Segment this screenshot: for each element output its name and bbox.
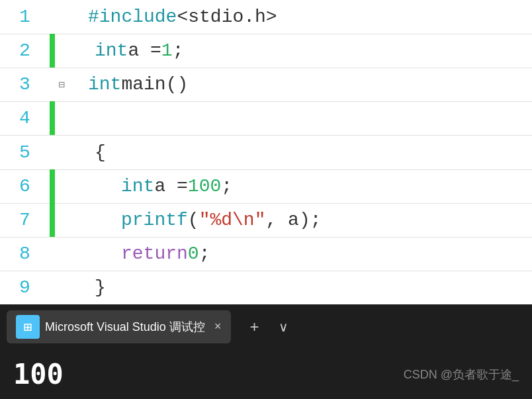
collapse-indicator[interactable]: ⊟: [55, 78, 68, 91]
close-icon[interactable]: ×: [214, 320, 222, 333]
code-line: 7printf("%d\n", a);: [0, 203, 532, 237]
output-area: 100 CSDN @负者歌于途_: [0, 349, 532, 399]
code-container: 1#include<stdio.h>2int a = 1;3⊟int main(…: [0, 0, 532, 304]
code-token: return: [121, 237, 188, 271]
line-number: 4: [0, 101, 50, 135]
output-value: 100: [13, 358, 64, 390]
code-content: int a = 1;: [81, 34, 532, 67]
line-number: 6: [0, 169, 50, 203]
vs-icon: ⊞: [16, 315, 40, 339]
taskbar-label: Microsoft Visual Studio 调试控: [45, 319, 205, 335]
line-number: 9: [0, 271, 50, 304]
code-line: 6int a = 100;: [0, 169, 532, 203]
taskbar: ⊞ Microsoft Visual Studio 调试控 × + ∨: [0, 304, 532, 349]
code-line: 8return 0;: [0, 237, 532, 271]
code-line: 1#include<stdio.h>: [0, 0, 532, 34]
line-number: 2: [0, 34, 50, 67]
code-line: 5{: [0, 136, 532, 169]
green-bar: [50, 203, 55, 237]
code-token: {: [95, 136, 106, 169]
code-token: ;: [199, 237, 210, 271]
code-token: , a);: [265, 203, 321, 237]
line-number: 3: [0, 67, 50, 101]
line-number: 1: [0, 0, 50, 34]
code-token: <stdio.h>: [177, 0, 277, 34]
line-number: 5: [0, 136, 50, 169]
code-content: #include<stdio.h>: [81, 0, 532, 34]
add-tab-button[interactable]: +: [243, 315, 267, 339]
code-token: a =: [128, 34, 161, 67]
code-line: 9}: [0, 271, 532, 304]
code-token: #include: [88, 0, 177, 34]
code-content: printf("%d\n", a);: [81, 203, 532, 237]
code-content: int a = 100;: [81, 169, 532, 203]
code-token: main(): [121, 67, 188, 101]
code-token: int: [88, 67, 121, 101]
green-bar: [50, 169, 55, 203]
code-line: 3⊟int main(): [0, 67, 532, 101]
watermark: CSDN @负者歌于途_: [404, 367, 519, 382]
taskbar-item[interactable]: ⊞ Microsoft Visual Studio 调试控 ×: [7, 310, 231, 343]
chevron-down-icon[interactable]: ∨: [272, 315, 296, 339]
code-content: return 0;: [81, 237, 532, 271]
code-token: 0: [188, 237, 199, 271]
code-content: int main(): [81, 67, 532, 101]
code-token: 100: [188, 169, 221, 203]
code-token: printf: [121, 203, 188, 237]
code-token: a =: [154, 169, 187, 203]
code-content: {: [81, 136, 532, 169]
code-line: 2int a = 1;: [0, 34, 532, 67]
code-token: int: [121, 169, 154, 203]
code-content: }: [81, 271, 532, 304]
editor-area: 1#include<stdio.h>2int a = 1;3⊟int main(…: [0, 0, 532, 304]
code-token: ;: [221, 169, 232, 203]
code-line: 4: [0, 101, 532, 135]
code-token: (: [188, 203, 199, 237]
code-token: ;: [173, 34, 184, 67]
line-number: 7: [0, 203, 50, 237]
code-token: 1: [161, 34, 173, 67]
code-token: "%d\n": [199, 203, 266, 237]
green-bar: [50, 34, 55, 67]
line-number: 8: [0, 237, 50, 271]
code-token: }: [95, 271, 106, 304]
code-token: int: [95, 34, 128, 67]
green-bar: [50, 101, 55, 135]
